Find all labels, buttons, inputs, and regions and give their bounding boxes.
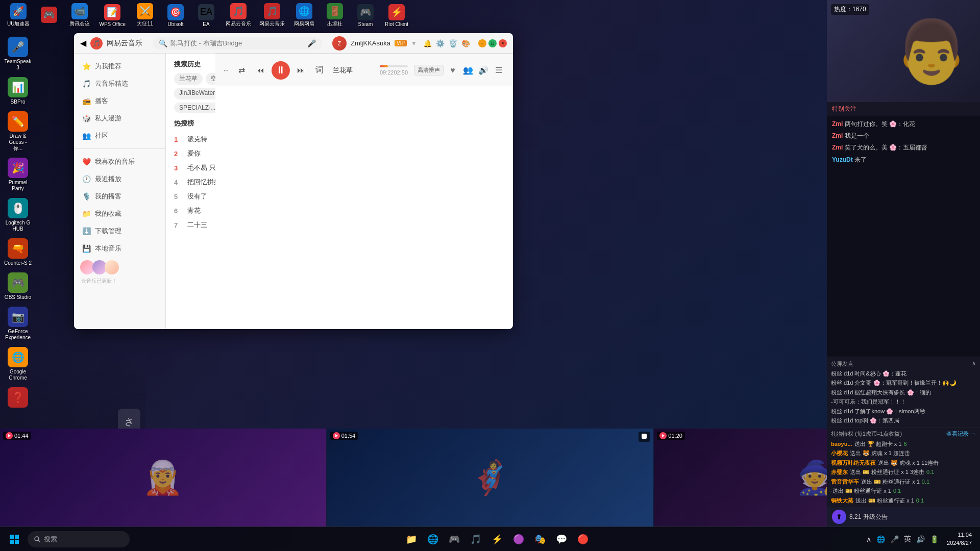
sidebar-podcast[interactable]: 🎙️ 我的播客 [74,188,165,205]
like-icon[interactable]: ♥ [447,64,459,77]
video-thumb-2[interactable]: 🦸 01:54 [327,429,653,527]
uu-booster-label: UU加速器 [7,20,30,28]
msg-badge: 粉丝 [831,389,842,395]
icon-chrome[interactable]: 🌐 Google Chrome [2,345,34,383]
icon-uu-booster[interactable]: 🚀 UU加速器 [4,1,33,30]
add-to-playlist-icon[interactable]: 👥 [462,64,474,77]
progress-bar[interactable]: 09:22 02:50 [380,65,408,76]
play-btn-1[interactable] [6,432,13,439]
hot-item-1[interactable]: 1 派克特 [174,132,215,146]
progress-track[interactable] [380,65,408,67]
icon-logitech[interactable]: 🖱️ Logitech G HUB [2,196,34,234]
play-btn-2[interactable] [333,432,340,439]
sidebar-liked[interactable]: ❤️ 我喜欢的音乐 [74,153,165,170]
gifts-view-all[interactable]: 查看记录 → [946,430,976,438]
icon-163network[interactable]: 🌐 网易网盾 [290,1,318,30]
hist-tag-5[interactable]: SPECIALZ·... [174,103,215,113]
sidebar-broadcast[interactable]: 📻 播客 [74,92,165,110]
icon-163music2[interactable]: 🎵 网易云音乐 [256,1,288,30]
icon-exit[interactable]: 🚪 出境社 [321,1,349,30]
lyrics-button[interactable]: 词 [312,63,327,78]
taskbar-discord[interactable]: 💬 [552,530,571,548]
icon-counter-s[interactable]: 🔫 Counter-S 2 [2,236,34,268]
minimize-button[interactable]: − [478,39,486,47]
icon-tencent-meeting[interactable]: 📹 腾讯会议 [65,1,94,30]
tray-volume[interactable]: 🔊 [914,533,927,545]
hist-tag-3[interactable]: JinJiBeWater... [174,88,215,99]
expand-icon[interactable]: ∧ [972,360,976,368]
tray-network[interactable]: 🌐 [874,533,887,545]
video-thumb-1[interactable]: 🧝 01:44 [0,429,326,527]
taskbar-search[interactable]: 搜索 [28,531,130,547]
sidebar-collection[interactable]: 📁 我的收藏 [74,205,165,222]
icon-unknown2[interactable]: ❓ [2,385,34,411]
user-avatar[interactable]: Z [332,36,347,51]
icon-ea[interactable]: EA EA [192,2,220,29]
icon-steam[interactable]: 🎮 Steam [351,2,380,29]
icon-riot[interactable]: ⚡ Riot Client [382,2,411,29]
pause-button[interactable]: ⏸ [272,61,290,80]
icon-draw-guess[interactable]: ✏️ Draw &Guess - 你... [2,109,34,154]
sidebar-recommend[interactable]: ⭐ 为我推荐 [74,58,165,75]
gifts-title: 礼物特权 (每1虎币=1点收益) [831,430,902,438]
hist-tag-2[interactable]: 空域社 [206,73,215,85]
taskbar-file-explorer[interactable]: 📁 [402,530,421,548]
skin-icon[interactable]: 🎨 [461,39,470,47]
shuffle-button[interactable]: ⇄ [235,63,249,78]
taskbar-163music[interactable]: 🎵 [467,530,485,548]
sidebar-private-fm[interactable]: 🎲 私人漫游 [74,110,165,127]
taskbar-unknown[interactable]: 🎭 [531,530,549,548]
back-button[interactable]: ◀ [80,38,86,48]
sidebar-essence[interactable]: 🎵 云音乐精选 [74,75,165,92]
sidebar-local[interactable]: 💾 本地音乐 [74,240,165,257]
icon-sbpro[interactable]: 📊 SBPro [2,75,34,107]
sidebar-community[interactable]: 👥 社区 [74,127,165,144]
taskbar-riot[interactable]: ⚡ [488,530,506,548]
settings-icon[interactable]: ⚙️ [436,39,445,47]
logitech-icon: 🖱️ [8,198,28,218]
search-bar[interactable]: 🔍 🎤 [153,37,322,49]
queue-icon[interactable]: ☰ [493,64,505,77]
icon-ubisoft[interactable]: 🎯 Ubisoft [161,2,190,29]
hot-item-2[interactable]: 2 爱你 [174,146,215,161]
play-btn-3[interactable] [659,432,667,439]
trash-icon[interactable]: 🗑️ [449,39,457,47]
sidebar-recent[interactable]: 🕐 最近播放 [74,170,165,188]
tray-mic[interactable]: 🎤 [888,533,901,545]
volume-icon[interactable]: 🔊 [477,64,489,77]
hot-item-3[interactable]: 3 毛不易 只在今夜 [174,161,215,175]
icon-geforce[interactable]: 🎮 OBS Studio [2,270,34,303]
hist-tag-1[interactable]: 兰花草 [174,73,203,85]
icon-pummel-party[interactable]: 🎉 PummelParty [2,156,34,194]
hot-item-7[interactable]: 7 二十三 [174,218,215,232]
taskbar-app2[interactable]: 🔴 [574,530,592,548]
chat-username: Zml [832,120,843,128]
hot-item-5[interactable]: 5 没有了 [174,189,215,204]
search-input[interactable] [170,39,304,47]
sidebar-download[interactable]: ⬇️ 下载管理 [74,222,165,240]
more-options[interactable]: ··· [224,67,229,74]
icon-teamspeak[interactable]: 🎤 TeamSpeak 3 [2,35,34,73]
close-button[interactable]: × [499,39,507,47]
quality-button[interactable]: 高清辨声 [414,65,444,76]
dropdown-icon[interactable]: ▼ [411,40,417,47]
icon-163music[interactable]: 🎵 网易云音乐 [223,1,254,30]
tray-language[interactable]: 英 [902,533,913,546]
icon-obs[interactable]: 📷 GeForce Experience [2,305,34,343]
taskbar-edge[interactable]: 🌐 [424,530,442,548]
icon-wps[interactable]: 📝 WPS Office [96,2,129,29]
start-button[interactable] [4,531,24,547]
next-button[interactable]: ⏭ [294,63,308,78]
microphone-icon[interactable]: 🎤 [307,39,316,47]
prev-button[interactable]: ⏮ [253,63,267,78]
tray-battery[interactable]: 🔋 [928,533,941,545]
hot-item-4[interactable]: 4 把回忆拼好给你 [174,175,215,189]
tray-expand[interactable]: ∧ [864,533,873,545]
taskbar-steam[interactable]: 🎮 [445,530,463,548]
icon-unknown1[interactable]: 🎮 [35,5,63,26]
maximize-button[interactable]: □ [488,39,497,47]
notification-icon[interactable]: 🔔 [423,39,432,47]
taskbar-twitch[interactable]: 🟣 [509,530,528,548]
hot-item-6[interactable]: 6 青花 [174,204,215,218]
icon-dazhe[interactable]: ⚔️ 大征11 [131,1,159,30]
